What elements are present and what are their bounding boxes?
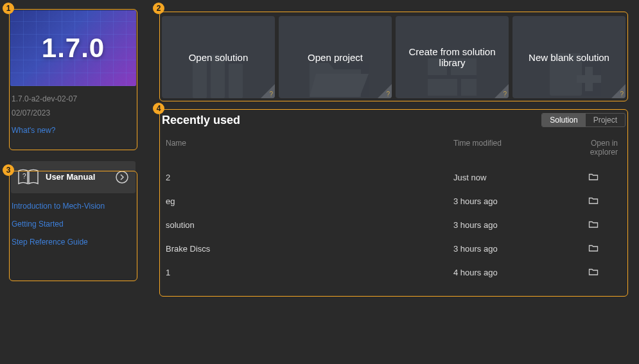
link-intro-mech-vision[interactable]: Introduction to Mech-Vision [12,202,135,211]
row-time: 3 hours ago [453,220,561,230]
svg-rect-4 [229,64,243,98]
row-name: 2 [166,173,453,182]
link-getting-started[interactable]: Getting Started [12,220,135,229]
tab-solution[interactable]: Solution [542,114,585,126]
help-icon[interactable]: ? [386,91,390,98]
book-icon: ? [17,169,39,186]
user-manual-button[interactable]: ? User Manual [11,161,136,193]
svg-rect-8 [461,79,477,96]
svg-rect-11 [585,67,593,91]
row-name: solution [166,220,453,230]
open-project-card[interactable]: Open project ? [279,16,392,98]
recently-used-title: Recently used [162,114,541,127]
chevron-right-circle-icon [115,170,129,184]
annotation-badge-1: 1 [3,3,14,14]
open-solution-card[interactable]: Open solution ? [162,16,275,98]
link-step-reference[interactable]: Step Reference Guide [12,238,135,247]
recent-type-toggle: Solution Project [541,113,626,127]
annotation-badge-4: 4 [153,103,164,114]
table-row[interactable]: Brake Discs3 hours ago [162,237,626,261]
whats-new-link[interactable]: What's new? [12,126,55,135]
row-name: eg [166,196,453,206]
recently-used-panel: Recently used Solution Project Name Time… [162,113,626,284]
svg-rect-7 [428,79,457,96]
recent-column-headers: Name Time modified Open in explorer [162,134,626,166]
svg-rect-2 [193,60,207,98]
annotation-badge-2: 2 [153,3,164,14]
version-number: 1.7.0 [42,33,105,64]
create-from-library-card[interactable]: Create from solution library ? [396,16,509,98]
open-in-explorer-icon[interactable] [588,220,599,229]
open-in-explorer-icon[interactable] [588,172,599,181]
new-blank-solution-label: New blank solution [518,52,620,63]
help-icon[interactable]: ? [269,91,273,98]
version-date: 02/07/2023 [12,107,135,121]
help-icon[interactable]: ? [503,91,507,98]
svg-text:?: ? [22,173,26,180]
annotation-badge-3: 3 [3,164,14,176]
version-build: 1.7.0-a2-dev-02-07 [12,92,135,107]
row-time: 3 hours ago [453,244,561,254]
table-row[interactable]: 14 hours ago [162,261,626,284]
manual-card: ? User Manual Introduction to Mech-Visio… [9,161,137,258]
col-header-name: Name [166,139,453,157]
open-in-explorer-icon[interactable] [588,196,599,205]
open-in-explorer-icon[interactable] [588,267,599,276]
row-name: Brake Discs [166,244,453,254]
table-row[interactable]: solution3 hours ago [162,213,626,237]
open-project-label: Open project [297,52,373,63]
actions-row: Open solution ? Open project ? Create fr… [162,16,626,98]
create-from-library-label: Create from solution library [396,46,509,68]
open-in-explorer-icon[interactable] [588,243,599,252]
open-solution-label: Open solution [179,52,259,63]
row-time: Just now [453,173,561,182]
col-header-time: Time modified [453,139,561,157]
table-row[interactable]: 2Just now [162,166,626,189]
svg-point-1 [116,171,128,183]
tab-project[interactable]: Project [586,114,625,126]
new-blank-solution-card[interactable]: New blank solution ? [512,16,626,98]
row-time: 3 hours ago [453,196,561,206]
version-card: 1.7.0 1.7.0-a2-dev-02-07 02/07/2023 What… [9,10,137,141]
row-name: 1 [166,268,453,277]
table-row[interactable]: eg3 hours ago [162,189,626,213]
help-icon[interactable]: ? [620,91,624,98]
user-manual-label: User Manual [46,172,109,182]
row-time: 4 hours ago [453,268,561,277]
version-hero: 1.7.0 [10,10,136,86]
col-header-open: Open in explorer [561,139,622,157]
